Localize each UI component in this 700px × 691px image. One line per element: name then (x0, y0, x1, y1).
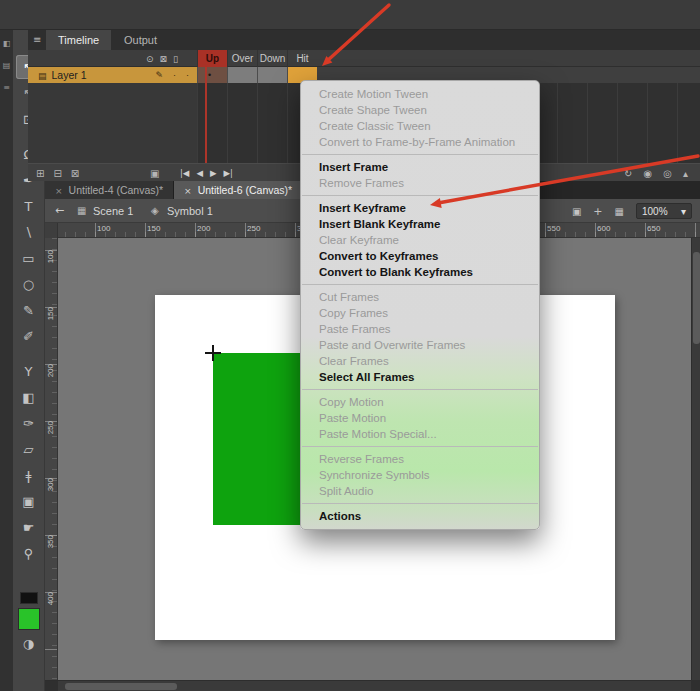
menu-item-clear-frames[interactable]: Clear Frames (301, 353, 539, 369)
menu-item-actions[interactable]: Actions (301, 508, 539, 524)
camera-toggle-icon[interactable]: ▣ (150, 168, 159, 179)
center-stage-icon[interactable]: + (593, 205, 602, 218)
vertical-scrollbar-thumb[interactable] (693, 252, 700, 344)
panel-menu-icon[interactable]: ≡ (33, 34, 41, 45)
layer-row[interactable]: ▤Layer 1 ✎ · · (28, 67, 197, 83)
menu-item-split-audio[interactable]: Split Audio (301, 483, 539, 499)
menu-item-select-all-frames[interactable]: Select All Frames (301, 369, 539, 385)
breadcrumb-scene[interactable]: Scene 1 (93, 199, 133, 223)
zoom-value: 100% (642, 206, 668, 217)
width-tool[interactable]: ǂ (16, 463, 42, 487)
onion-skin-icon[interactable]: ◉ (644, 168, 653, 179)
zoom-select[interactable]: 100% ▾ (636, 203, 692, 219)
camera-tool[interactable]: ▣ (16, 489, 42, 513)
eyedropper-tool[interactable]: ✑ (16, 411, 42, 435)
frame-cell-up[interactable]: • (197, 67, 227, 83)
delete-layer-icon[interactable]: ⊠ (71, 168, 79, 179)
menu-item-copy-frames[interactable]: Copy Frames (301, 305, 539, 321)
frame-cell-down[interactable] (257, 67, 287, 83)
menu-item-clear-keyframe[interactable]: Clear Keyframe (301, 232, 539, 248)
tool-options-icon[interactable]: ◑ (16, 631, 42, 655)
layer-visible-dot[interactable]: · (173, 67, 176, 83)
menu-item-convert-to-keyframes[interactable]: Convert to Keyframes (301, 248, 539, 264)
breadcrumb-symbol[interactable]: Symbol 1 (167, 199, 213, 223)
eye-icon[interactable]: ⊙ (146, 54, 154, 64)
menu-item-cut-frames[interactable]: Cut Frames (301, 289, 539, 305)
dock-panel-icon[interactable]: ≡ (3, 84, 10, 92)
tab-output[interactable]: Output (112, 30, 169, 50)
paint-bucket-tool[interactable]: ◧ (16, 385, 42, 409)
document-tab-untitled-6[interactable]: ×Untitled-6 (Canvas)* (174, 181, 303, 199)
animate-window: ◧ ▤ ≡ ↖ ↖ ⊡ Ω ✒ T ∖ ▭ ○ ✎ ✐ Y ◧ ✑ ▱ ǂ ▣ … (0, 0, 700, 691)
close-tab-icon[interactable]: × (55, 186, 63, 196)
layer-lock-dot[interactable]: · (186, 67, 189, 83)
ruler-mark: 200 (46, 364, 57, 377)
zoom-tool[interactable]: ⚲ (16, 541, 42, 565)
menu-item-remove-frames[interactable]: Remove Frames (301, 175, 539, 191)
grid-icon[interactable]: ▦ (615, 206, 624, 217)
line-tool[interactable]: ∖ (16, 220, 42, 244)
menu-item-paste-and-overwrite-frames[interactable]: Paste and Overwrite Frames (301, 337, 539, 353)
ruler-mark: 650 (647, 224, 660, 233)
drawn-rectangle[interactable] (213, 353, 310, 525)
ruler-mark: 250 (46, 421, 57, 434)
stroke-color-swatch[interactable] (20, 592, 38, 604)
ruler-mark: 150 (147, 224, 160, 233)
menu-item-paste-motion-special[interactable]: Paste Motion Special... (301, 426, 539, 442)
menu-item-create-shape-tween[interactable]: Create Shape Tween (301, 102, 539, 118)
menu-item-insert-keyframe[interactable]: Insert Keyframe (301, 200, 539, 216)
edit-symbols-icon[interactable]: ▣ (572, 206, 581, 217)
lock-icon[interactable]: ⊠ (160, 54, 168, 64)
frame-view-menu-icon[interactable]: ▴ (683, 168, 688, 179)
outline-icon[interactable]: ▯ (173, 54, 178, 64)
go-to-last-frame-icon[interactable]: ▶| (224, 168, 233, 178)
dock-panel-icon[interactable]: ▤ (3, 62, 11, 70)
pencil-tool[interactable]: ✎ (16, 298, 42, 322)
rectangle-tool[interactable]: ▭ (16, 246, 42, 270)
new-folder-icon[interactable]: ⊟ (53, 168, 61, 179)
step-back-icon[interactable]: ◀ (196, 168, 203, 178)
frame-header-down[interactable]: Down (257, 50, 287, 67)
menu-item-insert-blank-keyframe[interactable]: Insert Blank Keyframe (301, 216, 539, 232)
oval-tool[interactable]: ○ (16, 272, 42, 296)
ruler-mark: 150 (46, 307, 57, 320)
tab-timeline[interactable]: Timeline (46, 30, 111, 50)
timeline-tab-bar: ≡ Timeline Output (28, 30, 700, 50)
brush-tool[interactable]: ✐ (16, 324, 42, 348)
horizontal-scrollbar[interactable] (45, 680, 700, 691)
onion-skin-outline-icon[interactable]: ◎ (663, 168, 672, 179)
frame-header-up[interactable]: Up (197, 50, 227, 67)
menu-item-convert-to-frame-by-frame-animation[interactable]: Convert to Frame-by-Frame Animation (301, 134, 539, 150)
bone-tool[interactable]: Y (16, 359, 42, 383)
back-arrow-icon[interactable]: ← (55, 199, 64, 223)
text-tool[interactable]: T (16, 194, 42, 218)
menu-item-copy-motion[interactable]: Copy Motion (301, 394, 539, 410)
menu-item-create-motion-tween[interactable]: Create Motion Tween (301, 86, 539, 102)
document-tab-untitled-4[interactable]: ×Untitled-4 (Canvas)* (45, 181, 174, 199)
crosshair-cursor (212, 345, 214, 361)
eraser-tool[interactable]: ▱ (16, 437, 42, 461)
frame-header-hit[interactable]: Hit (287, 50, 317, 67)
horizontal-scrollbar-thumb[interactable] (65, 683, 177, 690)
menu-item-paste-motion[interactable]: Paste Motion (301, 410, 539, 426)
menu-item-insert-frame[interactable]: Insert Frame (301, 159, 539, 175)
menu-item-synchronize-symbols[interactable]: Synchronize Symbols (301, 467, 539, 483)
fill-color-swatch[interactable] (18, 608, 40, 630)
playhead[interactable] (205, 67, 207, 163)
frame-cell-over[interactable] (227, 67, 257, 83)
hand-tool[interactable]: ☛ (16, 515, 42, 539)
menu-item-paste-frames[interactable]: Paste Frames (301, 321, 539, 337)
go-to-first-frame-icon[interactable]: |◀ (180, 168, 189, 178)
frame-header-over[interactable]: Over (227, 50, 257, 67)
menu-item-reverse-frames[interactable]: Reverse Frames (301, 451, 539, 467)
menu-item-convert-to-blank-keyframes[interactable]: Convert to Blank Keyframes (301, 264, 539, 280)
new-layer-icon[interactable]: ⊞ (36, 168, 44, 179)
loop-icon[interactable]: ↻ (624, 168, 632, 179)
scrollbar-corner (45, 681, 58, 691)
document-tab-label: Untitled-6 (Canvas)* (198, 184, 293, 196)
play-icon[interactable]: ▶ (210, 168, 217, 178)
dock-panel-icon[interactable]: ◧ (3, 40, 11, 48)
close-tab-icon[interactable]: × (184, 186, 192, 196)
vertical-scrollbar[interactable] (691, 238, 700, 680)
menu-item-create-classic-tween[interactable]: Create Classic Tween (301, 118, 539, 134)
